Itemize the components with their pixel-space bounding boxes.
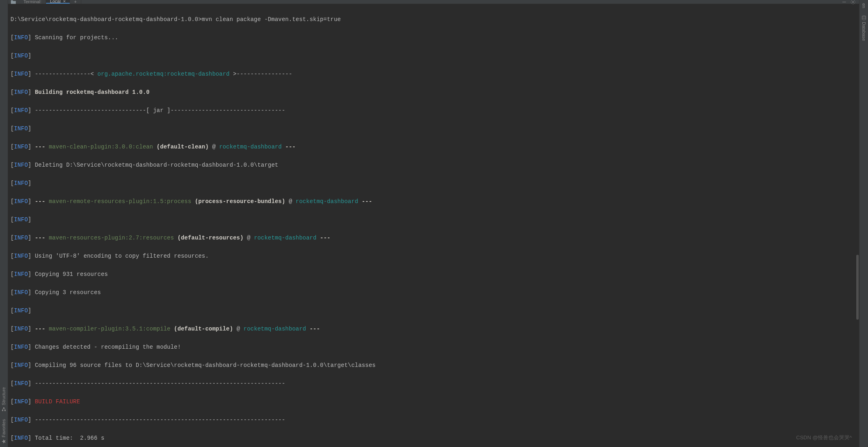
close-tab-icon[interactable]: × — [63, 0, 65, 4]
svg-rect-0 — [2, 410, 3, 411]
maven-label: en — [859, 3, 868, 8]
log-line: [INFO] — [11, 179, 857, 188]
database-icon — [862, 15, 866, 20]
svg-point-5 — [852, 1, 854, 3]
log-line: [INFO] — [11, 51, 857, 61]
log-line: [INFO] Copying 3 resources — [11, 288, 857, 297]
log-line: [INFO] Changes detected - recompiling th… — [11, 343, 857, 352]
local-tab[interactable]: Local × — [46, 0, 70, 4]
log-line: [INFO] --- maven-remote-resources-plugin… — [11, 197, 857, 206]
log-line: [INFO] --------------------------------[… — [11, 106, 857, 115]
log-line: [INFO] Compiling 96 source files to D:\S… — [11, 361, 857, 370]
scrollbar-thumb[interactable] — [856, 255, 859, 320]
log-line: [INFO] Copying 931 resources — [11, 270, 857, 279]
left-tool-gutter: Structure Favorites — [0, 0, 8, 447]
log-line: [INFO] Total time: 2.966 s — [11, 434, 857, 443]
terminal-scrollbar[interactable] — [856, 4, 859, 447]
tab-strip: Terminal: Local × + — [19, 0, 81, 4]
svg-rect-1 — [4, 410, 6, 411]
terminal-tab-bar: Terminal: Local × + — [8, 0, 859, 4]
favorites-label: Favorites — [0, 419, 8, 437]
structure-label: Structure — [0, 387, 8, 405]
build-failure-line: [INFO] BUILD FAILURE — [11, 397, 857, 407]
add-tab-button[interactable]: + — [70, 0, 81, 4]
favorites-tool[interactable]: Favorites — [0, 419, 8, 444]
log-line: [INFO] --- maven-clean-plugin:3.0.0:clea… — [11, 142, 857, 152]
terminal-tab-label[interactable]: Terminal: — [19, 0, 46, 4]
database-tool[interactable]: Database — [859, 15, 868, 41]
log-line: [INFO] — [11, 215, 857, 225]
svg-rect-2 — [3, 407, 4, 409]
terminal-output[interactable]: D:\Service\rocketmq-dashboard-rocketmq-d… — [8, 4, 859, 447]
log-line: [INFO] ---------------------------------… — [11, 379, 857, 388]
log-line: [INFO] --- maven-resources-plugin:2.7:re… — [11, 233, 857, 243]
log-line: [INFO] ----------------< org.apache.rock… — [11, 70, 857, 79]
prompt-line: D:\Service\rocketmq-dashboard-rocketmq-d… — [11, 15, 857, 24]
structure-tool[interactable]: Structure — [0, 387, 8, 412]
watermark: CSDN @怪兽也会哭哭^ — [796, 433, 852, 443]
database-label: Database — [859, 22, 868, 41]
log-line: [INFO] — [11, 306, 857, 316]
log-line: [INFO] — [11, 124, 857, 133]
log-line: [INFO] --- maven-compiler-plugin:3.5.1:c… — [11, 324, 857, 334]
svg-point-4 — [862, 16, 866, 17]
log-line: [INFO] Using 'UTF-8' encoding to copy fi… — [11, 252, 857, 261]
maven-tool[interactable]: en — [859, 3, 868, 8]
svg-marker-3 — [2, 439, 6, 444]
log-line: [INFO] Scanning for projects... — [11, 33, 857, 42]
log-line: [INFO] Deleting D:\Service\rocketmq-dash… — [11, 161, 857, 170]
log-line: [INFO] Building rocketmq-dashboard 1.0.0 — [11, 88, 857, 97]
structure-icon — [2, 407, 6, 412]
log-line: [INFO] ---------------------------------… — [11, 415, 857, 425]
star-icon — [2, 439, 6, 444]
right-tool-gutter: en Database — [859, 0, 868, 447]
